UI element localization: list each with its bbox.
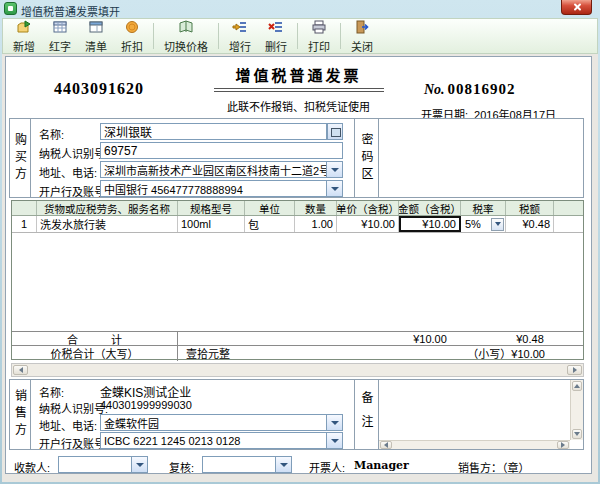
item-tax-cell[interactable]: ¥0.48 [506,216,554,232]
remark-horizontal-scrollbar[interactable] [379,440,570,449]
print-label: 打印 [308,38,330,54]
discount-icon [124,19,140,37]
row-filler [554,216,583,232]
col-header-spec: 规格型号 [178,201,245,215]
title-bar: 增值税普通发票填开 [0,0,600,18]
seller-bank-combo[interactable]: ICBC 6221 1245 0213 0128 [100,432,343,449]
reviewer-combo[interactable] [202,456,292,473]
issuer-value: Manager [354,459,409,472]
scroll-down-arrow-icon[interactable] [572,429,582,439]
invoice-number: 00816902 [447,81,515,97]
grid-header-row: 货物或应税劳务、服务名称 规格型号 单位 数量 单价（含税） 金额（含税） 税率… [12,201,583,216]
scroll-right-arrow-icon[interactable] [567,365,582,375]
red-letter-icon [52,19,68,37]
dropdown-arrow-icon[interactable] [326,415,342,430]
items-grid: 货物或应税劳务、服务名称 规格型号 单位 数量 单价（含税） 金额（含税） 税率… [11,200,584,360]
scroll-up-arrow-icon[interactable] [572,381,582,391]
close-icon [572,3,581,12]
seller-bank-label: 开户行及账号: [39,435,108,451]
grid-horizontal-scrollbar[interactable] [11,363,584,377]
amount-small-figures: （小写）¥10.00 [467,345,545,361]
item-price-cell[interactable]: ¥10.00 [337,216,399,232]
red-letter-button[interactable]: 红字 [42,20,78,52]
title-underline [214,91,384,92]
toolbar: 新增 红字 清单 折扣 切换价格 增行 [2,18,598,54]
payee-combo[interactable] [58,456,148,473]
switch-price-button[interactable]: 切换价格 [157,20,215,52]
seller-address-label: 地址、电话: [39,417,97,433]
buyer-bank-value: 中国银行 456477778888994 [101,181,326,197]
seller-taxid-label: 纳税人识别号: [39,400,108,416]
total-tax: ¥0.48 [506,333,554,345]
dropdown-arrow-icon[interactable] [275,457,291,472]
item-rate-cell[interactable]: 5% [461,216,506,232]
dropdown-arrow-icon[interactable] [131,457,147,472]
close-window-button[interactable]: 关闭 [344,20,380,52]
footer-row: 收款人: 复核: 开票人: Manager 销售方：（章） [6,455,591,473]
col-header-tax: 税额 [506,201,554,215]
seller-name-value: 金蝶KIS测试企业 [100,383,191,400]
seller-address-combo[interactable]: 金蝶软件园 [100,414,343,431]
list-icon [88,19,104,37]
delete-row-label: 删行 [265,38,287,54]
dropdown-arrow-icon[interactable] [326,181,342,196]
print-icon [311,19,327,37]
buyer-name-label: 名称: [39,126,64,142]
amount-in-words-row: 价税合计（大写） 壹拾元整 （小写）¥10.00 [12,345,583,359]
remark-vertical-scrollbar[interactable] [570,380,583,440]
col-header-filler [554,201,583,215]
seller-section: 销售方 名称: 金蝶KIS测试企业 纳税人识别号: 44030199999903… [9,379,584,450]
buyer-name-browse-button[interactable] [327,123,343,140]
title-underline [214,88,384,89]
rate-dropdown-arrow-icon[interactable] [491,218,504,231]
buyer-section: 购买方 名称: 纳税人识别号: 地址、电话: 深圳市高新技术产业园区南区科技南十… [9,118,584,198]
new-icon [16,19,32,37]
col-header-rate: 税率 [461,201,506,215]
item-unit-cell[interactable]: 包 [245,216,295,232]
buyer-bank-combo[interactable]: 中国银行 456477778888994 [100,180,343,197]
buyer-address-value: 深圳市高新技术产业园区南区科技南十二道2号 075588888888 [101,162,326,178]
item-amount-cell-selected[interactable]: ¥10.00 [399,216,461,232]
password-area [379,119,583,197]
reviewer-label: 复核: [169,459,194,475]
dropdown-arrow-icon[interactable] [326,433,342,448]
discount-button[interactable]: 折扣 [114,20,150,52]
seller-taxid-value: 440301999999030 [100,399,192,411]
buyer-address-label: 地址、电话: [39,164,97,180]
buyer-name-input[interactable] [100,123,327,140]
invoice-panel: 4403091620 增值税普通发票 此联不作报销、扣税凭证使用 No. 008… [5,56,592,474]
add-row-icon [232,19,248,37]
password-area-label: 密码区 [354,119,379,197]
window-title: 增值税普通发票填开 [21,3,120,19]
item-spec-cell[interactable]: 100ml [178,216,245,232]
payee-label: 收款人: [14,459,50,475]
scroll-right-arrow-icon[interactable] [557,441,569,449]
col-header-unit: 单位 [245,201,295,215]
print-button[interactable]: 打印 [301,20,337,52]
list-label: 清单 [85,38,107,54]
seller-name-label: 名称: [39,384,64,400]
switch-price-label: 切换价格 [164,38,208,54]
buyer-taxid-input[interactable] [100,142,343,159]
list-button[interactable]: 清单 [78,20,114,52]
total-amount: ¥10.00 [399,333,461,345]
client-area: 新增 红字 清单 折扣 切换价格 增行 [2,18,598,482]
scroll-left-arrow-icon[interactable] [13,365,28,375]
item-qty-cell[interactable]: 1.00 [295,216,337,232]
row-index-cell: 1 [12,216,37,232]
buyer-address-combo[interactable]: 深圳市高新技术产业园区南区科技南十二道2号 075588888888 [100,161,343,178]
grid-empty-area[interactable] [12,233,583,331]
item-rate-value: 5% [465,218,481,230]
exit-door-icon [354,19,370,37]
item-name-cell[interactable]: 洗发水旅行装 [37,216,178,232]
close-button[interactable] [561,0,592,15]
delete-row-button[interactable]: 删行 [258,20,294,52]
dropdown-arrow-icon[interactable] [326,162,342,177]
new-button[interactable]: 新增 [6,20,42,52]
add-row-button[interactable]: 增行 [222,20,258,52]
seller-side-label: 销售方 [10,380,31,449]
remark-textarea[interactable] [379,380,583,449]
remark-label: 备注 [354,380,379,449]
red-letter-label: 红字 [49,38,71,54]
scroll-left-arrow-icon[interactable] [380,441,392,449]
